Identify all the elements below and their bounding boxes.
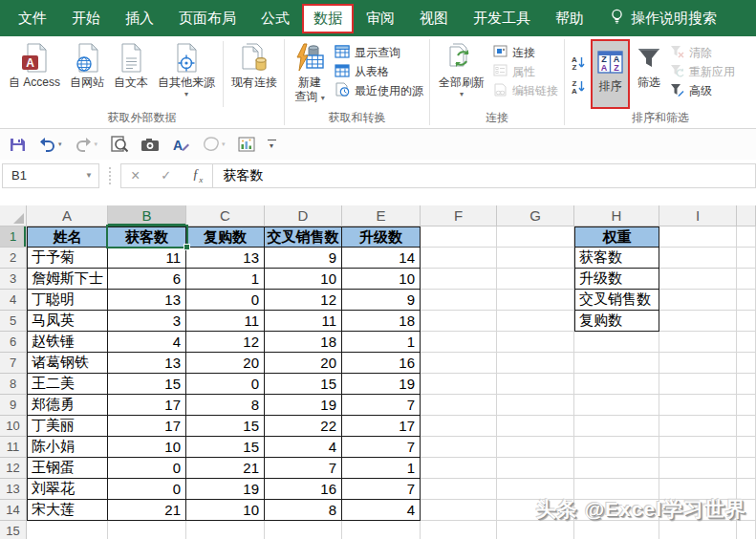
cell-I8[interactable] — [659, 374, 737, 395]
cell-B5[interactable]: 3 — [108, 311, 186, 332]
cell-D13[interactable]: 16 — [265, 479, 342, 500]
from-text-button[interactable]: 自文本 — [109, 39, 153, 109]
chevron-down-icon[interactable]: ▼ — [85, 171, 93, 180]
cell-E13[interactable]: 7 — [342, 479, 421, 500]
cell-G4[interactable] — [497, 290, 574, 311]
new-query-button[interactable]: 新建 查询 ▾ — [289, 39, 331, 109]
formula-bar-input[interactable]: 获客数 — [213, 163, 756, 188]
from-other-sources-button[interactable]: 自其他来源 ▾ — [153, 39, 220, 109]
row-header-1[interactable]: 1 — [0, 226, 27, 248]
cell-H12[interactable] — [574, 458, 659, 479]
column-header-E[interactable]: E — [342, 205, 421, 226]
cell-I2[interactable] — [659, 248, 737, 269]
show-queries-button[interactable]: 显示查询 — [331, 43, 427, 62]
cell-E2[interactable]: 14 — [342, 248, 421, 269]
cell-E10[interactable]: 17 — [342, 416, 421, 437]
cell-C1[interactable]: 复购数 — [186, 226, 265, 248]
cell-J3[interactable] — [737, 269, 756, 290]
cell-C11[interactable]: 15 — [186, 437, 265, 458]
cell-D5[interactable]: 11 — [265, 311, 342, 332]
cell-B11[interactable]: 10 — [108, 437, 186, 458]
cell-F5[interactable] — [421, 311, 497, 332]
cell-A4[interactable]: 丁聪明 — [27, 290, 108, 311]
cell-G5[interactable] — [497, 311, 574, 332]
cell-G2[interactable] — [497, 248, 574, 269]
cell-F14[interactable] — [421, 500, 497, 521]
column-header-F[interactable]: F — [421, 205, 497, 226]
cell-J15[interactable] — [737, 521, 756, 539]
select-all-corner[interactable] — [0, 205, 27, 226]
cell-F13[interactable] — [421, 479, 497, 500]
row-header-14[interactable]: 14 — [0, 500, 27, 521]
cell-A11[interactable]: 陈小娟 — [27, 437, 108, 458]
cell-F9[interactable] — [421, 395, 497, 416]
cell-B13[interactable]: 0 — [108, 479, 186, 500]
cell-I1[interactable] — [659, 226, 737, 248]
cell-B6[interactable]: 4 — [108, 332, 186, 353]
tell-me-search[interactable]: 操作说明搜索 — [610, 9, 717, 28]
cell-D14[interactable]: 8 — [265, 500, 342, 521]
cell-F4[interactable] — [421, 290, 497, 311]
tab-4[interactable]: 公式 — [248, 4, 302, 33]
cell-H11[interactable] — [574, 437, 659, 458]
row-header-5[interactable]: 5 — [0, 311, 27, 332]
cell-I7[interactable] — [659, 353, 737, 374]
cell-H15[interactable] — [574, 521, 659, 539]
cell-H1[interactable]: 权重 — [574, 226, 659, 248]
row-header-9[interactable]: 9 — [0, 395, 27, 416]
cell-B8[interactable]: 15 — [108, 374, 186, 395]
name-box-splitter[interactable] — [109, 167, 111, 184]
column-header-C[interactable]: C — [186, 205, 265, 226]
tab-3[interactable]: 页面布局 — [166, 4, 248, 33]
connections-button[interactable]: 连接 — [489, 43, 562, 62]
cell-E12[interactable]: 1 — [342, 458, 421, 479]
column-header-I[interactable]: I — [659, 205, 737, 226]
cell-G3[interactable] — [497, 269, 574, 290]
cell-A6[interactable]: 赵铁锤 — [27, 332, 108, 353]
tab-5[interactable]: 数据 — [302, 4, 354, 33]
column-header-H[interactable]: H — [574, 205, 659, 226]
cell-E8[interactable]: 19 — [342, 374, 421, 395]
cell-A7[interactable]: 诸葛钢铁 — [27, 353, 108, 374]
cell-H2[interactable]: 获客数 — [574, 248, 659, 269]
row-header-4[interactable]: 4 — [0, 290, 27, 311]
cell-J12[interactable] — [737, 458, 756, 479]
cell-A1[interactable]: 姓名 — [27, 226, 108, 248]
cell-I3[interactable] — [659, 269, 737, 290]
cell-H3[interactable]: 升级数 — [574, 269, 659, 290]
cell-D15[interactable] — [265, 521, 342, 539]
name-box[interactable]: B1 ▼ — [2, 163, 99, 188]
cell-B12[interactable]: 0 — [108, 458, 186, 479]
cell-I9[interactable] — [659, 395, 737, 416]
cell-C13[interactable]: 19 — [186, 479, 265, 500]
cell-E7[interactable]: 16 — [342, 353, 421, 374]
cell-B10[interactable]: 17 — [108, 416, 186, 437]
cell-F3[interactable] — [421, 269, 497, 290]
save-button[interactable] — [10, 137, 26, 153]
cell-B1[interactable]: 获客数 — [108, 226, 186, 248]
cell-E6[interactable]: 1 — [342, 332, 421, 353]
cell-B7[interactable]: 13 — [108, 353, 186, 374]
cell-B4[interactable]: 13 — [108, 290, 186, 311]
cell-C3[interactable]: 1 — [186, 269, 265, 290]
cell-H10[interactable] — [574, 416, 659, 437]
row-header-6[interactable]: 6 — [0, 332, 27, 353]
cell-F10[interactable] — [421, 416, 497, 437]
sort-descending-button[interactable]: ZA — [571, 78, 587, 95]
cell-D12[interactable]: 7 — [265, 458, 342, 479]
cell-C9[interactable]: 8 — [186, 395, 265, 416]
camera-button[interactable] — [140, 138, 160, 152]
advanced-filter-button[interactable]: 高级 — [666, 81, 739, 100]
tab-8[interactable]: 开发工具 — [461, 4, 543, 33]
insert-function-button[interactable]: ƒx — [192, 167, 203, 184]
cell-B9[interactable]: 17 — [108, 395, 186, 416]
sort-ascending-button[interactable]: AZ — [571, 54, 587, 71]
cell-I5[interactable] — [659, 311, 737, 332]
cell-J4[interactable] — [737, 290, 756, 311]
row-header-15[interactable]: 15 — [0, 521, 27, 539]
cell-B14[interactable]: 21 — [108, 500, 186, 521]
cell-B2[interactable]: 11 — [108, 248, 186, 269]
cell-F2[interactable] — [421, 248, 497, 269]
tab-6[interactable]: 审阅 — [354, 4, 407, 33]
cell-I4[interactable] — [659, 290, 737, 311]
